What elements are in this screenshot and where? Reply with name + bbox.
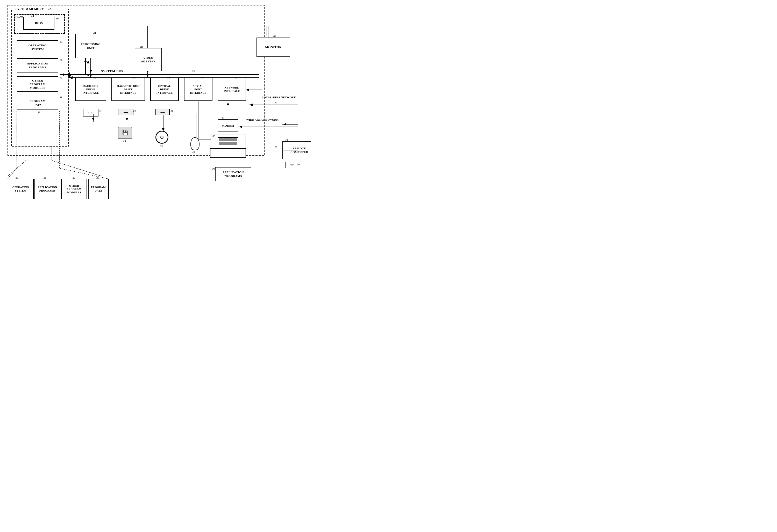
computer-box [210,135,246,158]
processing-unit-box: PROCESSINGUNIT [75,34,106,58]
opm-expanded-box: OTHERPROGRAMMODULES [61,179,87,200]
svg-marker-6 [87,60,89,63]
svg-marker-67 [89,74,92,78]
pd-expanded-box: PROGRAMDATA [88,179,109,200]
ref-38: 38 [60,96,63,99]
ref-48: 48 [140,45,143,48]
remote-computer-box: REMOTECOMPUTER [283,141,311,159]
monitor-box: MONITOR [256,37,290,57]
ref-37b: 37 [73,176,76,179]
wide-area-network-label: WIDE AREA NETWORK [246,118,279,121]
modem-box: MODEM [218,119,238,132]
svg-marker-30 [92,118,95,121]
program-data-box: PROGRAMDATA [17,96,58,110]
ref-32: 32 [93,76,96,79]
ref-54: 54 [222,117,224,120]
svg-marker-77 [227,102,229,105]
os-expanded-box: OPERATINGSYSTEM [8,179,34,200]
system-memory-label: SYSTEM MEMORY [15,7,44,11]
ref-46: 46 [201,76,204,79]
ref-27: ~27 [97,109,102,112]
ref-26: 26 [56,17,59,20]
ref-50: 50 [298,162,300,165]
ref-35: 35 [60,40,63,43]
svg-line-48 [8,160,26,176]
optical-drive-interface-box: OPTICALDRIVEINTERFACE [150,78,179,101]
svg-marker-37 [249,104,253,106]
svg-text:51: 51 [274,102,278,105]
ref-53: 53 [234,76,237,79]
hdd-icon: □□□ [83,109,98,117]
ref-40: 40 [212,135,215,138]
app-expanded-box: APPLICATIONPROGRAMS [34,179,61,200]
svg-marker-8 [67,75,72,78]
svg-marker-52 [70,76,73,79]
svg-marker-32 [126,118,128,121]
svg-marker-10 [68,73,71,77]
ref-23: 23 [192,70,195,73]
hard-disk-drive-interface-box: HARD DISKDRIVEINTERFACE [75,78,106,101]
video-adapter-box: VIDEOADAPTER [135,48,162,71]
svg-text:52: 52 [274,145,278,149]
application-programs-box: APPLICATIONPROGRAMS [17,58,58,73]
svg-marker-55 [61,73,64,76]
mouse-icon [191,137,200,150]
network-interface-box: NETWORKINTERFACE [218,78,246,101]
ref-36b: 36 [212,167,215,170]
ref-31: 31 [160,144,163,148]
ref-49: 49 [285,138,288,142]
svg-marker-57 [89,70,92,73]
optical-drive-icon: ▬▬ [155,109,170,115]
ref-33: 33 [132,76,135,79]
ref-25: 25 [37,111,40,114]
ref-22: 22 [48,7,51,10]
floppy-icon: ▬▬ [118,109,133,115]
local-area-network-label: LOCAL AREA NETWORK [262,96,296,99]
ref-47: 47 [273,34,276,37]
ref-38b: 38 [96,176,99,179]
svg-line-85 [60,168,108,179]
svg-marker-13 [146,74,149,77]
svg-marker-41 [283,123,286,126]
application-programs-box2: APPLICATIONPROGRAMS [215,167,251,181]
serial-port-interface-box: SERIALPORTINTERFACE [184,78,212,101]
svg-marker-72 [239,126,242,128]
svg-marker-59 [84,59,87,62]
diagram: SYSTEM MEMORY 22 ← (ROM) 24 BIOS 26 OPER… [0,0,311,212]
ref-37: 37 [60,77,63,80]
system-bus-label: SYSTEM BUS [101,70,123,73]
ref-36: 36 [60,58,63,61]
other-program-modules-box: OTHERPROGRAMMODULES [17,77,58,92]
optical-disk [155,131,169,144]
ref-29: 29 [123,139,126,142]
operating-system-box: OPERATINGSYSTEM [17,40,58,54]
floppy-disk: 💾 [118,127,132,138]
bios-box: BIOS [23,17,54,30]
svg-marker-69 [246,89,249,91]
ref-30: ~30 [169,109,173,112]
magnetic-disk-drive-interface-box: MAGNETIC DISKDRIVEINTERFACE [111,78,145,101]
ref-36b2: 36 [43,176,46,179]
svg-marker-5 [87,74,89,77]
ref-21: 21 [93,31,96,34]
ref-35b: 35 [15,176,18,179]
ref-42: 42 [192,151,195,154]
ref-34: 34 [167,76,170,79]
svg-line-50 [52,160,101,176]
ref-28: ~28 [132,109,136,112]
remote-hdd-icon: □□□ [285,162,299,168]
